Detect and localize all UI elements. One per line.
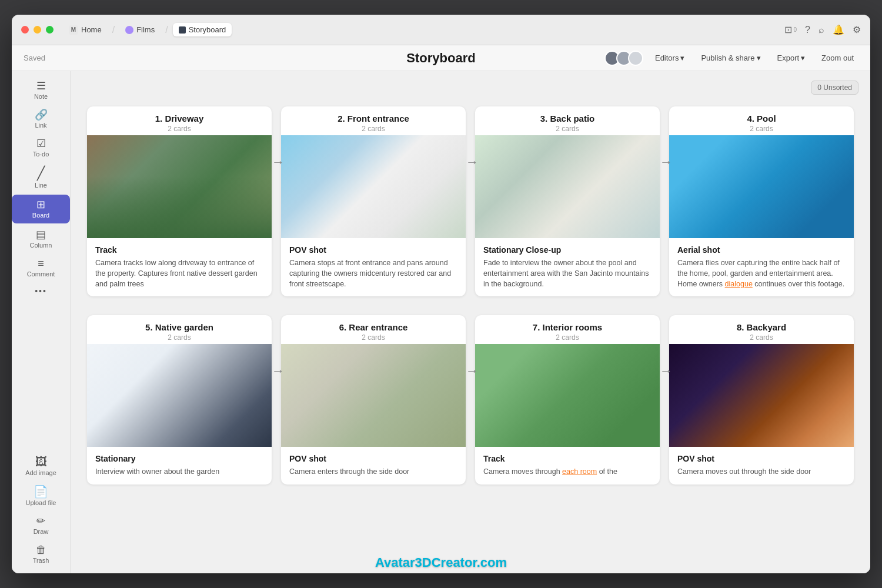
card-pool-title: 4. Pool: [677, 113, 846, 123]
avatar-3: [628, 51, 643, 66]
card-interior-rooms[interactable]: 7. Interior rooms 2 cards Track Camera m…: [475, 315, 660, 484]
minimize-button[interactable]: [34, 26, 41, 34]
page-title: Storyboard: [406, 51, 475, 66]
card-pool-desc: Camera flies over capturing the entire b…: [677, 258, 846, 289]
card-patio-title: 3. Back patio: [483, 113, 652, 123]
sidebar-item-upload-file[interactable]: 📄 Upload file: [12, 481, 70, 511]
search-icon[interactable]: ⌕: [818, 25, 824, 35]
board-icon: ⊞: [36, 199, 45, 210]
card-backyard[interactable]: 8. Backyard 2 cards POV shot Camera move…: [669, 315, 854, 484]
card-front-body: POV shot Camera stops at front entrance …: [281, 238, 466, 296]
sidebar-item-todo[interactable]: ☑ To-do: [12, 133, 70, 162]
note-icon: ☰: [36, 81, 46, 91]
draw-icon: ✏: [36, 516, 45, 526]
card-native-garden[interactable]: 5. Native garden 2 cards Stationary Inte…: [87, 315, 272, 484]
card-driveway-shot: Track: [95, 245, 263, 255]
sidebar-item-column[interactable]: ▤ Column: [12, 225, 70, 253]
card-backyard-subtitle: 2 cards: [677, 333, 846, 342]
card-rear-body: POV shot Camera enters through the side …: [281, 447, 466, 484]
content-area: 0 Unsorted 1. Driveway 2 cards Track Cam…: [71, 71, 870, 573]
sidebar-label-draw: Draw: [34, 528, 49, 535]
tab-storyboard-label: Storyboard: [189, 25, 226, 34]
sidebar-item-line[interactable]: ╱ Line: [12, 162, 70, 193]
add-image-icon: 🖼: [35, 456, 47, 467]
editors-button[interactable]: Editors ▾: [650, 51, 689, 65]
maximize-button[interactable]: [46, 26, 54, 34]
mobile-icon[interactable]: ⊡0: [784, 24, 797, 35]
card-pool-body: Aerial shot Camera flies over capturing …: [669, 238, 854, 296]
card-backyard-desc: Camera moves out through the side door: [677, 466, 846, 477]
card-backyard-image: [669, 344, 854, 447]
sidebar-label-board: Board: [32, 212, 49, 219]
card-rear-header: 6. Rear entrance 2 cards: [281, 315, 466, 344]
col-cell-7: 7. Interior rooms 2 cards Track Camera m…: [470, 310, 664, 489]
card-front-subtitle: 2 cards: [289, 125, 457, 133]
todo-icon: ☑: [36, 138, 46, 149]
card-front-shot: POV shot: [289, 245, 457, 255]
card-backyard-title: 8. Backyard: [677, 322, 846, 332]
sidebar-item-comment[interactable]: ≡ Comment: [12, 253, 70, 282]
card-driveway-title: 1. Driveway: [95, 113, 263, 123]
card-front-image: [281, 135, 466, 238]
dialogue-link[interactable]: dialogue: [725, 280, 753, 288]
card-driveway[interactable]: 1. Driveway 2 cards Track Camera tracks …: [87, 106, 272, 296]
sidebar-item-add-image[interactable]: 🖼 Add image: [12, 451, 70, 481]
card-driveway-desc: Camera tracks low along driveway to entr…: [95, 258, 263, 289]
bell-icon[interactable]: 🔔: [833, 24, 844, 35]
card-patio-shot: Stationary Close-up: [483, 245, 652, 255]
card-rear-subtitle: 2 cards: [289, 333, 457, 342]
card-rear-desc: Camera enters through the side door: [289, 466, 457, 477]
sidebar-item-board[interactable]: ⊞ Board: [12, 195, 70, 223]
card-rear-image: [281, 344, 466, 447]
tab-films[interactable]: Films: [119, 23, 161, 36]
zoom-out-button[interactable]: Zoom out: [817, 51, 858, 65]
tab-home[interactable]: M Home: [63, 23, 108, 37]
sidebar-label-trash: Trash: [33, 557, 49, 564]
card-interior-desc: Camera moves through each room of the: [483, 466, 652, 477]
editor-avatars: [604, 51, 643, 66]
publish-share-button[interactable]: Publish & share ▾: [696, 51, 765, 65]
more-icon: •••: [35, 287, 47, 295]
close-button[interactable]: [21, 26, 29, 34]
content-header: 0 Unsorted: [82, 81, 858, 95]
comment-icon: ≡: [38, 258, 44, 269]
card-native-image: [87, 344, 272, 447]
sidebar-item-link[interactable]: 🔗 Link: [12, 105, 70, 133]
card-backyard-header: 8. Backyard 2 cards: [669, 315, 854, 344]
card-rear-entrance[interactable]: 6. Rear entrance 2 cards POV shot Camera…: [281, 315, 466, 484]
card-interior-shot: Track: [483, 454, 652, 463]
export-button[interactable]: Export ▾: [773, 51, 810, 65]
card-patio-body: Stationary Close-up Fade to interview th…: [475, 238, 660, 296]
storyboard-icon: [179, 26, 186, 34]
card-native-title: 5. Native garden: [95, 322, 263, 332]
sidebar-label-add-image: Add image: [25, 469, 56, 476]
settings-icon[interactable]: ⚙: [853, 24, 861, 35]
trash-icon: 🗑: [36, 544, 46, 555]
card-back-patio[interactable]: 3. Back patio 2 cards Stationary Close-u…: [475, 106, 660, 296]
tab-storyboard[interactable]: Storyboard: [173, 23, 232, 36]
card-patio-image: [475, 135, 660, 238]
sidebar-item-draw[interactable]: ✏ Draw: [12, 511, 70, 540]
tab-separator-2: /: [165, 25, 168, 35]
help-icon[interactable]: ?: [805, 25, 810, 35]
card-native-body: Stationary Interview with owner about th…: [87, 447, 272, 484]
titlebar-right: ⊡0 ? ⌕ 🔔 ⚙: [784, 24, 861, 35]
card-native-header: 5. Native garden 2 cards: [87, 315, 272, 344]
traffic-lights: [21, 26, 54, 34]
home-icon: M: [69, 25, 78, 35]
sidebar-item-note[interactable]: ☰ Note: [12, 76, 70, 105]
films-icon: [125, 26, 133, 34]
column-icon: ▤: [36, 229, 46, 240]
card-rear-title: 6. Rear entrance: [289, 322, 457, 332]
card-front-entrance[interactable]: 2. Front entrance 2 cards POV shot Camer…: [281, 106, 466, 296]
sidebar-item-trash[interactable]: 🗑 Trash: [12, 540, 70, 569]
card-pool[interactable]: 4. Pool 2 cards Aerial shot Camera flies…: [669, 106, 854, 296]
card-driveway-header: 1. Driveway 2 cards: [87, 106, 272, 135]
sidebar-item-more[interactable]: •••: [12, 282, 70, 300]
card-native-subtitle: 2 cards: [95, 333, 263, 342]
toolbar-right: Editors ▾ Publish & share ▾ Export ▾ Zoo…: [604, 51, 858, 66]
sidebar-label-comment: Comment: [27, 270, 55, 278]
each-room-link[interactable]: each room: [562, 467, 597, 476]
card-patio-subtitle: 2 cards: [483, 125, 652, 133]
card-native-shot: Stationary: [95, 454, 263, 463]
